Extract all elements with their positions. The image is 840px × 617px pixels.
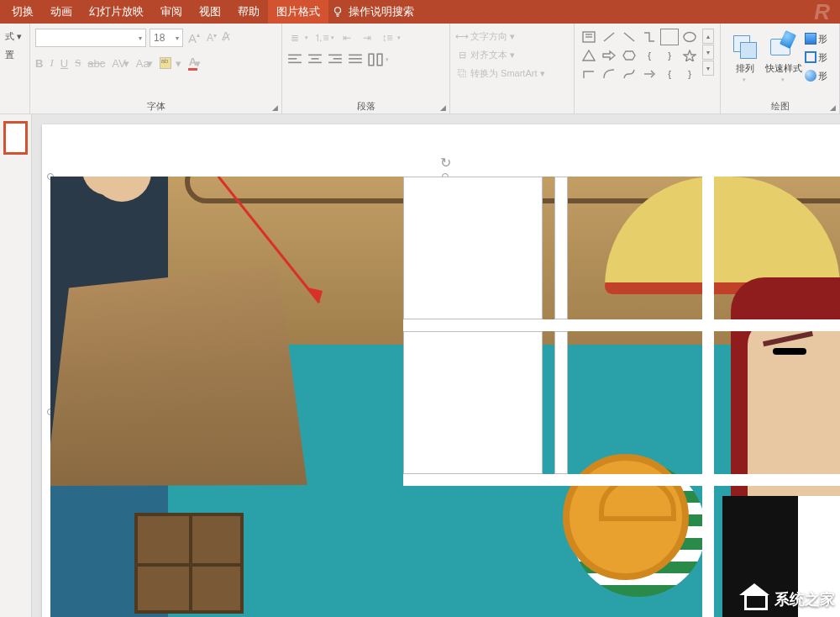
char-spacing-button[interactable]: AV▾	[112, 57, 129, 70]
tab-help[interactable]: 帮助	[229, 0, 268, 24]
fill-icon	[805, 33, 816, 45]
shape-elbow-icon[interactable]	[580, 66, 598, 82]
shape-line-icon[interactable]	[600, 29, 618, 45]
slide-thumbnail-1[interactable]	[3, 121, 28, 155]
arrange-icon	[732, 34, 759, 61]
line-spacing-button[interactable]: ↕≡	[380, 31, 395, 45]
scroll-more-icon[interactable]: ▾	[702, 61, 714, 76]
shape-line2-icon[interactable]	[620, 29, 638, 45]
group-drawing: 排列 ▾ 快速样式 ▾ 形 形 形 绘图◢	[721, 24, 840, 113]
bullets-button[interactable]: ≣	[287, 31, 302, 45]
ribbon: 式 ▾ 置 ▾ 18▾ A▴ A▾ A̷ B I U S abc AV▾ Aa▾…	[0, 24, 840, 114]
shape-outline-button[interactable]: 形	[805, 49, 827, 66]
decrease-font-button[interactable]: A▾	[205, 32, 218, 44]
group-paragraph-side: ⟷文字方向 ▾ ⊟对齐文本 ▾ ⿻转换为 SmartArt ▾	[450, 24, 575, 113]
brand-r-icon: R	[814, 0, 837, 25]
shape-triangle-icon[interactable]	[580, 47, 598, 64]
paste-reset[interactable]: 置	[5, 45, 24, 64]
chevron-down-icon: ▾	[743, 76, 746, 83]
shadow-button[interactable]: S	[75, 56, 81, 70]
text-direction-button[interactable]: ⟷文字方向 ▾	[455, 27, 569, 45]
scroll-up-icon[interactable]: ▴	[702, 29, 714, 44]
increase-indent-button[interactable]: ⇥	[360, 31, 375, 45]
dialog-launcher-icon[interactable]: ◢	[440, 103, 446, 112]
chevron-down-icon: ▾	[176, 34, 179, 42]
shapes-scroll[interactable]: ▴ ▾ ▾	[702, 29, 714, 82]
shape-rarrow-icon[interactable]	[600, 47, 618, 64]
font-name-combo[interactable]: ▾	[35, 29, 146, 47]
shape-hex-icon[interactable]	[620, 47, 638, 64]
shapes-gallery[interactable]: { } { }	[580, 29, 699, 82]
house-icon	[741, 588, 769, 610]
highlight-button[interactable]	[160, 57, 171, 69]
shape-rbrace2-icon[interactable]: }	[680, 66, 699, 82]
tab-transitions[interactable]: 切换	[3, 0, 42, 24]
align-right-button[interactable]	[328, 53, 343, 66]
paste-format-dropdown[interactable]: 式 ▾	[5, 27, 24, 45]
group-font: ▾ 18▾ A▴ A▾ A̷ B I U S abc AV▾ Aa▾ ▾ A▾ …	[30, 24, 282, 113]
shape-textbox-icon[interactable]	[580, 29, 598, 45]
quick-styles-icon	[770, 34, 797, 61]
font-size-combo[interactable]: 18▾	[150, 29, 183, 47]
bold-button[interactable]: B	[35, 57, 43, 70]
numbering-button[interactable]: ⒈≡	[313, 31, 328, 45]
clear-formatting-button[interactable]: A̷	[222, 29, 239, 46]
shape-fill-button[interactable]: 形	[805, 30, 827, 47]
align-left-button[interactable]	[287, 53, 302, 66]
dialog-launcher-icon[interactable]: ◢	[272, 103, 278, 112]
smartart-icon: ⿻	[455, 68, 469, 78]
lightbulb-icon	[332, 6, 344, 18]
shape-rbrace-icon[interactable]: }	[660, 47, 679, 64]
group-paragraph: ≣▾ ⒈≡▾ ⇤ ⇥ ↕≡▾ ▾ 段落◢	[282, 24, 450, 113]
increase-font-button[interactable]: A▴	[186, 31, 202, 45]
shape-curve-icon[interactable]	[620, 66, 638, 82]
rotation-handle[interactable]: ↻	[436, 153, 454, 171]
align-center-button[interactable]	[307, 53, 323, 66]
outline-icon	[805, 51, 816, 63]
slide-canvas[interactable]: ↻	[32, 114, 840, 617]
selected-picture[interactable]: ↻	[50, 177, 840, 617]
shape-lbrace-icon[interactable]: {	[640, 47, 659, 64]
effects-icon	[805, 70, 816, 82]
tab-animations[interactable]: 动画	[42, 0, 81, 24]
tab-bar: 切换 动画 幻灯片放映 审阅 视图 帮助 图片格式 操作说明搜索 R	[0, 0, 840, 24]
underline-button[interactable]: U	[60, 57, 68, 70]
convert-smartart-button[interactable]: ⿻转换为 SmartArt ▾	[455, 64, 569, 82]
svg-marker-24	[603, 51, 615, 60]
font-color-button[interactable]: A▾	[188, 55, 201, 71]
svg-point-0	[335, 8, 341, 13]
decrease-indent-button[interactable]: ⇤	[339, 31, 354, 45]
shape-arc-icon[interactable]	[600, 66, 618, 82]
change-case-button[interactable]: Aa▾	[136, 57, 153, 70]
tab-picture-format[interactable]: 图片格式	[268, 0, 328, 24]
svg-line-20	[604, 33, 614, 41]
tell-me-label: 操作说明搜索	[349, 4, 414, 19]
tab-view[interactable]: 视图	[191, 0, 229, 24]
scroll-down-icon[interactable]: ▾	[702, 45, 714, 60]
picture-content	[50, 177, 840, 617]
shape-rect-icon[interactable]	[660, 29, 679, 45]
strikethrough-button[interactable]: abc	[87, 57, 105, 70]
dialog-launcher-icon[interactable]: ◢	[830, 103, 836, 112]
justify-button[interactable]	[348, 53, 363, 66]
columns-button[interactable]	[368, 53, 383, 66]
svg-marker-23	[583, 50, 595, 61]
chevron-down-icon: ▾	[176, 57, 181, 70]
tab-slideshow[interactable]: 幻灯片放映	[81, 0, 152, 24]
italic-button[interactable]: I	[50, 56, 53, 70]
quick-styles-button[interactable]: 快速样式 ▾	[764, 27, 803, 89]
chevron-down-icon: ▾	[781, 76, 785, 83]
tab-review[interactable]: 审阅	[152, 0, 191, 24]
shape-oval-icon[interactable]	[680, 29, 699, 45]
tell-me[interactable]: 操作说明搜索	[332, 4, 414, 19]
shape-arrow2-icon[interactable]	[640, 66, 659, 82]
arrange-button[interactable]: 排列 ▾	[726, 27, 764, 89]
group-clipboard-partial: 式 ▾ 置	[0, 24, 30, 113]
svg-marker-26	[684, 50, 696, 61]
align-text-button[interactable]: ⊟对齐文本 ▾	[455, 45, 569, 64]
shape-effects-button[interactable]: 形	[805, 67, 827, 84]
shape-star-icon[interactable]	[680, 47, 699, 64]
shape-lbrace2-icon[interactable]: {	[660, 66, 679, 82]
shape-connector-icon[interactable]	[640, 29, 659, 45]
svg-point-22	[684, 33, 696, 42]
